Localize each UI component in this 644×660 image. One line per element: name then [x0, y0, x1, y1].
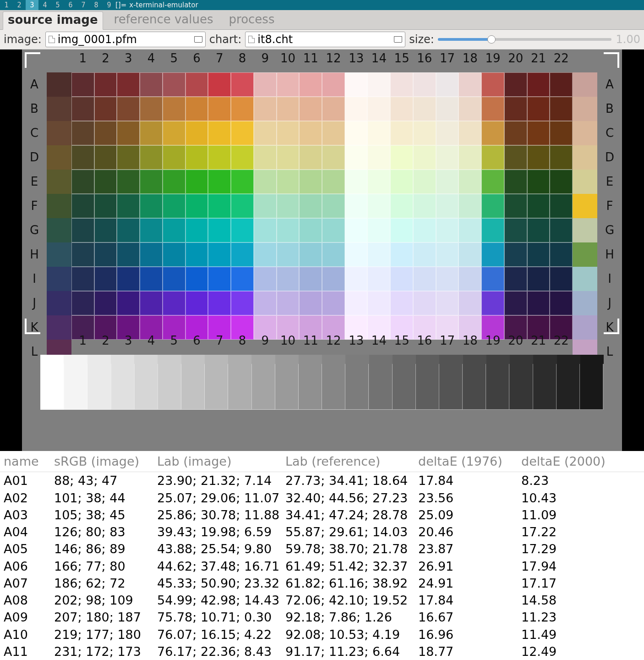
image-canvas[interactable]: 12345678910111213141516171819202122 ABCD… — [22, 50, 622, 451]
workspace-9[interactable]: 9 — [103, 0, 115, 10]
table-row[interactable]: A03105; 38; 4525.86; 30.78; 11.8834.41; … — [0, 506, 644, 523]
layout-indicator: []= — [115, 1, 126, 9]
table-row[interactable]: A06166; 77; 8044.62; 37.48; 16.7161.49; … — [0, 558, 644, 575]
grayscale-overlay — [40, 364, 604, 410]
table-row[interactable]: A10219; 177; 18076.07; 16.15; 4.2292.08;… — [0, 626, 644, 643]
results-table: namesRGB (image)Lab (image)Lab (referenc… — [0, 451, 644, 660]
window-title: x-terminal-emulator — [126, 1, 198, 9]
column-labels-bottom: 12345678910111213141516171819202122 — [71, 334, 573, 347]
tab-process[interactable]: process — [224, 11, 279, 29]
right-color-strip — [573, 72, 597, 364]
tab-source-image[interactable]: source image — [3, 11, 103, 30]
row-labels-left: ABCDEFGHIJKL — [22, 72, 47, 364]
workspace-5[interactable]: 5 — [51, 0, 64, 10]
col-header: Lab (reference) — [285, 453, 418, 470]
chart-file-field[interactable]: it8.cht — [245, 32, 405, 47]
image-file-value: img_0001.pfm — [58, 33, 137, 46]
size-value: 1.00 — [616, 33, 640, 46]
table-header: namesRGB (image)Lab (image)Lab (referenc… — [0, 451, 644, 472]
crop-mark-tl — [25, 52, 40, 68]
column-labels-top: 12345678910111213141516171819202122 — [71, 51, 573, 65]
image-file-field[interactable]: img_0001.pfm — [45, 32, 206, 47]
size-slider[interactable] — [438, 38, 611, 41]
col-header: Lab (image) — [157, 453, 285, 470]
col-header: name — [4, 453, 54, 470]
table-row[interactable]: A08202; 98; 10954.99; 42.98; 14.4372.06;… — [0, 592, 644, 609]
chart-label: chart: — [209, 33, 241, 46]
col-header: sRGB (image) — [54, 453, 157, 470]
workspace-4[interactable]: 4 — [38, 0, 51, 10]
image-label: image: — [4, 33, 42, 46]
document-icon — [248, 36, 255, 43]
table-row[interactable]: A09207; 180; 18775.78; 10.71; 0.3092.18;… — [0, 609, 644, 626]
size-label: size: — [409, 33, 434, 46]
col-header: deltaE (2000) — [521, 453, 622, 470]
crop-mark-tr — [604, 52, 619, 68]
app-window: source imagereference valuesprocess imag… — [0, 10, 644, 660]
workspace-7[interactable]: 7 — [77, 0, 90, 10]
left-color-strip — [47, 72, 71, 364]
open-folder-icon[interactable] — [194, 36, 202, 43]
toolbar: image: img_0001.pfm chart: it8.cht size:… — [0, 30, 644, 50]
tab-bar: source imagereference valuesprocess — [0, 10, 644, 30]
workspace-3[interactable]: 3 — [26, 0, 38, 10]
table-row[interactable]: A07186; 62; 7245.33; 50.90; 23.3261.82; … — [0, 575, 644, 592]
col-header: deltaE (1976) — [418, 453, 521, 470]
chart-file-value: it8.cht — [257, 33, 293, 46]
table-row[interactable]: A04126; 80; 8339.43; 19.98; 6.5955.87; 2… — [0, 523, 644, 540]
workspace-1[interactable]: 1 — [0, 0, 13, 10]
table-row[interactable]: A0188; 43; 4723.90; 21.32; 7.1427.73; 34… — [0, 472, 644, 489]
row-labels-right: ABCDEFGHIJKL — [597, 72, 622, 364]
table-body: A0188; 43; 4723.90; 21.32; 7.1427.73; 34… — [0, 472, 644, 660]
table-row[interactable]: A02101; 38; 4425.07; 29.06; 11.0732.40; … — [0, 490, 644, 506]
document-icon — [49, 36, 55, 43]
table-row[interactable]: A05146; 86; 8943.88; 25.54; 9.8059.78; 3… — [0, 540, 644, 557]
open-folder-icon[interactable] — [394, 36, 402, 43]
tab-reference-values[interactable]: reference values — [109, 11, 218, 29]
workspace-switcher[interactable]: 123456789 — [0, 0, 115, 10]
workspace-6[interactable]: 6 — [64, 0, 77, 10]
workspace-2[interactable]: 2 — [13, 0, 26, 10]
table-row[interactable]: A11231; 172; 17376.17; 22.36; 8.4391.17;… — [0, 643, 644, 660]
workspace-8[interactable]: 8 — [90, 0, 103, 10]
image-canvas-wrap: 12345678910111213141516171819202122 ABCD… — [0, 50, 644, 451]
window-titlebar: 123456789 []= x-terminal-emulator — [0, 0, 644, 10]
color-patch-grid — [71, 72, 573, 340]
